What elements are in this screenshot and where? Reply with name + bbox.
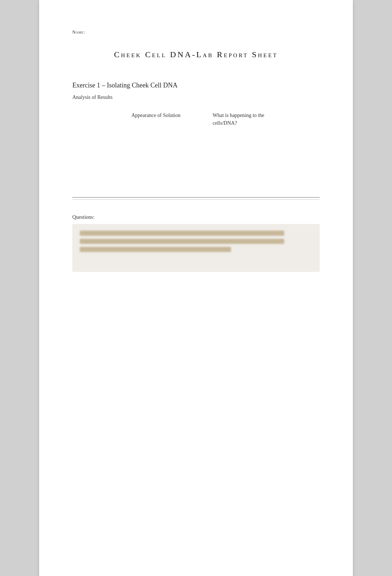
main-title: Cheek Cell DNA-Lab Report Sheet xyxy=(72,50,320,59)
exercise-heading: Exercise 1 – Isolating Cheek Cell DNA xyxy=(72,82,320,89)
blurred-line-1 xyxy=(80,231,284,236)
analysis-label: Analysis of Results xyxy=(72,94,320,100)
questions-section: Questions: xyxy=(72,214,320,272)
col2-header: What is happening to the cells/DNA? xyxy=(213,111,272,127)
blurred-line-2 xyxy=(80,239,284,244)
col1-header: Appearance of Solution xyxy=(131,111,190,127)
name-label: Name: xyxy=(72,30,320,35)
table-divider-top xyxy=(72,197,320,200)
document-page: Name: Cheek Cell DNA-Lab Report Sheet Ex… xyxy=(39,0,353,576)
questions-label: Questions: xyxy=(72,214,320,220)
columns-area: Appearance of Solution What is happening… xyxy=(131,111,320,127)
questions-blurred-box xyxy=(72,224,320,272)
blurred-line-3 xyxy=(80,247,231,252)
table-divider-bottom xyxy=(72,199,320,200)
table-empty-area xyxy=(72,138,320,182)
